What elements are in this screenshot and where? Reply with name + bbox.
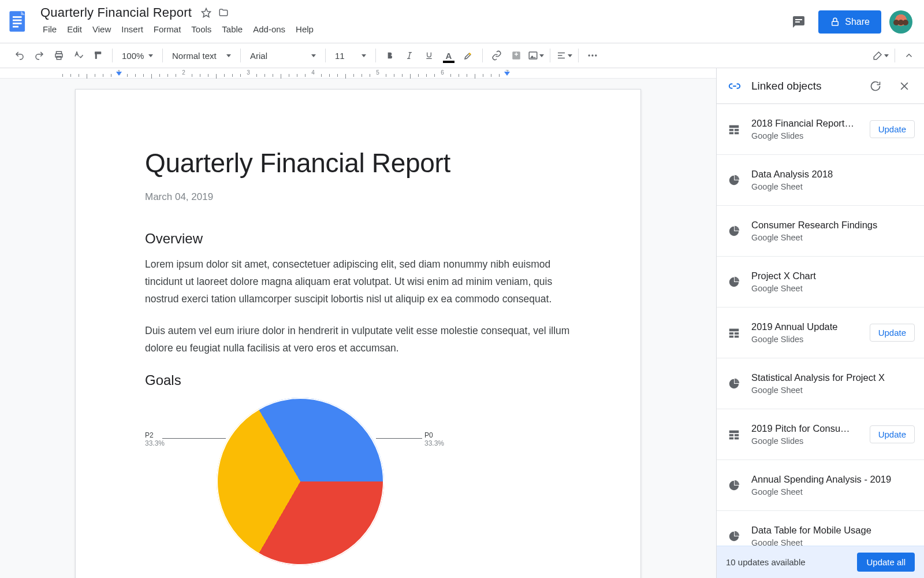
svg-rect-32 [735, 132, 739, 134]
linked-object-item[interactable]: Project X ChartGoogle Sheet [717, 257, 924, 307]
linked-object-source: Google Sheet [751, 487, 915, 497]
ruler-number: 4 [311, 69, 315, 76]
update-button[interactable]: Update [870, 425, 915, 443]
linked-object-item[interactable]: Consumer Research FindingsGoogle Sheet [717, 206, 924, 257]
share-label: Share [845, 17, 870, 27]
ruler-indent-left[interactable] [116, 72, 122, 76]
highlight-color-button[interactable] [459, 46, 478, 65]
linked-object-title: 2019 Pitch for Consu… [751, 423, 860, 434]
linked-object-item[interactable]: 2019 Pitch for Consu…Google SlidesUpdate [717, 409, 924, 460]
italic-button[interactable] [400, 46, 419, 65]
menu-view[interactable]: View [88, 22, 116, 36]
insert-image-button[interactable] [527, 46, 545, 65]
linked-object-source: Google Slides [751, 335, 860, 344]
bold-button[interactable] [381, 46, 399, 65]
refresh-button[interactable] [865, 76, 886, 97]
header: Quarterly Financial Report FileEditViewI… [0, 0, 924, 43]
pie-leader-line [376, 438, 422, 439]
close-button[interactable] [894, 76, 915, 97]
ruler-number: 2 [182, 69, 185, 76]
chart-icon [726, 223, 742, 239]
svg-rect-28 [729, 125, 739, 128]
linked-object-title: 2018 Financial Report… [751, 118, 860, 129]
menu-bar: FileEditViewInsertFormatToolsTableAdd-on… [38, 22, 318, 36]
menu-format[interactable]: Format [149, 22, 186, 36]
menu-table[interactable]: Table [217, 22, 247, 36]
sidebar-list: 2018 Financial Report…Google SlidesUpdat… [717, 104, 924, 578]
update-all-button[interactable]: Update all [857, 553, 915, 572]
update-button[interactable]: Update [870, 120, 915, 138]
more-toolbar-button[interactable] [583, 46, 602, 65]
ruler-indent-right[interactable] [504, 72, 510, 76]
svg-rect-42 [735, 437, 739, 439]
menu-tools[interactable]: Tools [187, 22, 216, 36]
linked-object-item[interactable]: Statistical Analysis for Project XGoogle… [717, 358, 924, 409]
svg-rect-37 [735, 335, 739, 338]
align-button[interactable] [555, 46, 573, 65]
undo-button[interactable] [10, 46, 29, 65]
menu-insert[interactable]: Insert [117, 22, 148, 36]
font-size-value: 11 [335, 51, 345, 61]
font-dropdown[interactable]: Arial [245, 46, 321, 65]
linked-object-source: Google Sheet [751, 182, 915, 191]
editor-column: 1234567 Quarterly Financial Report March… [0, 68, 716, 578]
underline-button[interactable] [420, 46, 438, 65]
account-avatar[interactable] [889, 10, 912, 34]
document-page[interactable]: Quarterly Financial Report March 04, 201… [75, 89, 641, 578]
update-button[interactable]: Update [870, 324, 915, 342]
editing-mode-button[interactable] [871, 46, 890, 65]
table-icon [726, 121, 742, 138]
linked-object-item[interactable]: Data Analysis 2018Google Sheet [717, 155, 924, 206]
doc-heading-2: Overview [145, 231, 571, 247]
insert-comment-button[interactable] [507, 46, 526, 65]
document-title[interactable]: Quarterly Financial Report [38, 5, 194, 20]
menu-help[interactable]: Help [291, 22, 318, 36]
linked-object-item[interactable]: 2018 Financial Report…Google SlidesUpdat… [717, 104, 924, 155]
star-icon[interactable] [199, 5, 214, 20]
svg-rect-6 [795, 19, 802, 20]
doc-paragraph: Duis autem vel eum iriure dolor in hendr… [145, 323, 571, 357]
docs-logo[interactable] [6, 5, 31, 38]
svg-rect-33 [729, 328, 739, 331]
linked-object-item[interactable]: 2019 Annual UpdateGoogle SlidesUpdate [717, 307, 924, 358]
linked-object-title: Project X Chart [751, 271, 915, 281]
pie-slice-label: P2 33.3% [145, 431, 165, 448]
font-size-dropdown[interactable]: 11 [330, 46, 371, 65]
menu-edit[interactable]: Edit [62, 22, 87, 36]
linked-object-title: Statistical Analysis for Project X [751, 372, 915, 383]
comments-icon[interactable] [787, 10, 810, 34]
spellcheck-button[interactable] [69, 46, 88, 65]
share-button[interactable]: Share [818, 10, 881, 34]
sidebar-footer: 10 updates available Update all [717, 546, 924, 578]
move-folder-icon[interactable] [216, 5, 231, 20]
pie-chart[interactable]: P0 33.3% P2 33.3% [145, 398, 457, 571]
print-button[interactable] [50, 46, 68, 65]
svg-rect-3 [13, 23, 22, 24]
svg-rect-30 [735, 129, 739, 131]
linked-object-source: Google Sheet [751, 233, 915, 242]
svg-rect-29 [729, 129, 733, 131]
text-color-button[interactable]: A [439, 46, 458, 65]
svg-point-24 [591, 54, 593, 56]
linked-object-title: Data Analysis 2018 [751, 169, 915, 180]
toolbar: 100% Normal text Arial 11 A [0, 43, 924, 68]
font-value: Arial [250, 51, 267, 61]
linked-object-item[interactable]: Annual Spending Analysis - 2019Google Sh… [717, 460, 924, 511]
insert-link-button[interactable] [487, 46, 506, 65]
chart-icon [726, 172, 742, 188]
collapse-toolbar-button[interactable] [900, 46, 918, 65]
chevron-down-icon [311, 54, 316, 57]
svg-rect-40 [735, 434, 739, 436]
redo-button[interactable] [30, 46, 49, 65]
svg-rect-34 [729, 332, 733, 335]
menu-add-ons[interactable]: Add-ons [248, 22, 290, 36]
horizontal-ruler[interactable]: 1234567 [0, 68, 716, 79]
chart-icon [726, 528, 742, 544]
pie-slice-label: P0 33.3% [424, 431, 444, 448]
menu-file[interactable]: File [38, 22, 61, 36]
paint-format-button[interactable] [89, 46, 107, 65]
zoom-dropdown[interactable]: 100% [117, 46, 158, 65]
ruler-number: 6 [441, 69, 444, 76]
svg-rect-38 [729, 430, 739, 433]
paragraph-style-dropdown[interactable]: Normal text [167, 46, 236, 65]
